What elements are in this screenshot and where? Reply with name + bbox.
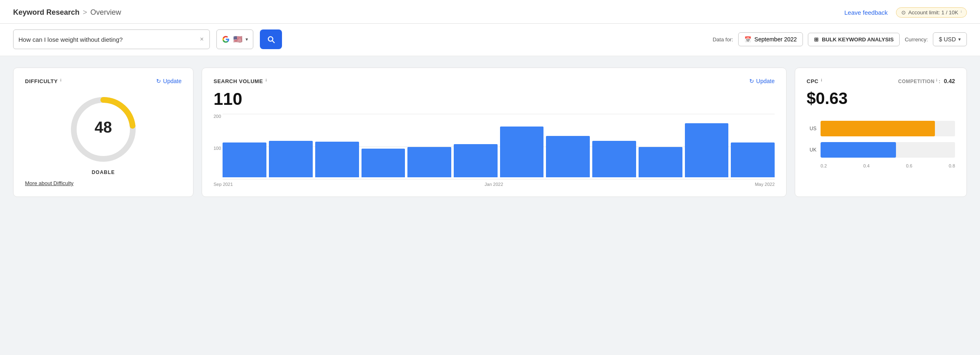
x-label-sep2021: Sep 2021 xyxy=(214,182,233,187)
horiz-label-uk: UK xyxy=(807,147,816,153)
bulk-label: BULK KEYWORD ANALYSIS xyxy=(822,36,894,43)
bar xyxy=(269,141,313,177)
breadcrumb-current: Overview xyxy=(91,8,121,17)
flag-icon: 🇺🇸 xyxy=(233,35,242,44)
horiz-fill-uk xyxy=(821,142,896,158)
info-icon-limit: ⁱ xyxy=(961,9,962,16)
calendar-icon: 📅 xyxy=(744,36,751,43)
bar-chart-wrap: 200 100 Sep 2021 Jan 2022 May 2022 xyxy=(214,114,775,187)
volume-number: 110 xyxy=(214,89,775,109)
search-bar-row: × 🇺🇸 ▾ Data for: 📅 September 2022 ⊞ BULK… xyxy=(0,24,980,56)
difficulty-card: DIFFICULTY ⁱ ↻ Update 48 DOABLE More abo… xyxy=(13,68,193,197)
bar-chart-y-axis: 200 100 xyxy=(214,114,221,179)
bulk-icon: ⊞ xyxy=(814,36,819,43)
horiz-label-us: US xyxy=(807,126,816,131)
bar xyxy=(454,144,498,177)
account-limit-text: Account limit: 1 / 10K xyxy=(908,9,958,16)
data-controls: Data for: 📅 September 2022 ⊞ BULK KEYWOR… xyxy=(713,32,967,46)
cpc-card: CPC ⁱ COMPETITION ⁱ : 0.42 $0.63 US xyxy=(795,68,967,197)
bar xyxy=(685,123,729,177)
limit-icon: ⊙ xyxy=(901,9,906,16)
horiz-bar-us: US xyxy=(807,121,955,136)
x-label-jan2022: Jan 2022 xyxy=(484,182,503,187)
competition-info-icon[interactable]: ⁱ xyxy=(936,78,937,84)
engine-select[interactable]: 🇺🇸 ▾ xyxy=(216,29,253,49)
horiz-bar-uk: UK xyxy=(807,142,955,158)
donut-wrap: 48 DOABLE xyxy=(25,93,182,175)
bar xyxy=(223,142,266,177)
volume-title: SEARCH VOLUME ⁱ xyxy=(214,78,266,84)
bar xyxy=(639,147,682,177)
horiz-x-labels: 0.2 0.4 0.6 0.8 xyxy=(807,163,955,168)
account-limit-badge: ⊙ Account limit: 1 / 10K ⁱ xyxy=(896,7,967,18)
header: Keyword Research > Overview Leave feedba… xyxy=(0,0,980,24)
x-label-may2022: May 2022 xyxy=(755,182,775,187)
cpc-value: $0.63 xyxy=(807,89,955,108)
bar xyxy=(407,147,451,177)
engine-chevron-icon: ▾ xyxy=(246,36,248,42)
currency-value: $ USD xyxy=(939,36,956,43)
bar-chart xyxy=(223,114,775,179)
bar xyxy=(592,141,636,177)
difficulty-info-icon[interactable]: ⁱ xyxy=(60,78,61,84)
volume-card: SEARCH VOLUME ⁱ ↻ Update 110 200 100 xyxy=(202,68,787,197)
cpc-info-icon[interactable]: ⁱ xyxy=(821,78,822,84)
bar-chart-area: 200 100 xyxy=(214,114,775,179)
search-button[interactable] xyxy=(260,29,282,49)
competition-value: 0.42 xyxy=(944,78,955,84)
horiz-track-uk xyxy=(821,142,955,158)
difficulty-title: DIFFICULTY ⁱ xyxy=(25,78,61,84)
refresh-icon: ↻ xyxy=(156,78,161,84)
horiz-fill-us xyxy=(821,121,935,136)
search-input-wrap: × xyxy=(13,29,210,49)
refresh-icon-vol: ↻ xyxy=(749,78,754,84)
breadcrumb: Keyword Research > Overview xyxy=(13,8,121,17)
competition-row: COMPETITION ⁱ : 0.42 xyxy=(898,78,955,84)
bulk-keyword-button[interactable]: ⊞ BULK KEYWORD ANALYSIS xyxy=(808,33,900,46)
difficulty-card-header: DIFFICULTY ⁱ ↻ Update xyxy=(25,78,182,84)
date-value: September 2022 xyxy=(755,36,797,43)
bar xyxy=(500,127,544,177)
clear-button[interactable]: × xyxy=(199,35,205,44)
volume-info-icon[interactable]: ⁱ xyxy=(266,78,267,84)
bar xyxy=(731,142,775,177)
google-icon xyxy=(222,35,230,43)
leave-feedback-link[interactable]: Leave feedback xyxy=(844,9,888,16)
search-icon xyxy=(266,35,275,44)
bar xyxy=(546,136,590,177)
date-button[interactable]: 📅 September 2022 xyxy=(738,32,803,46)
volume-update-button[interactable]: ↻ Update xyxy=(749,78,775,84)
bar-chart-inner xyxy=(223,114,775,179)
difficulty-update-button[interactable]: ↻ Update xyxy=(156,78,182,84)
data-for-label: Data for: xyxy=(713,36,733,43)
more-about-difficulty-link[interactable]: More about Difficulty xyxy=(25,180,73,186)
breadcrumb-root: Keyword Research xyxy=(13,8,80,17)
currency-chevron-icon: ▾ xyxy=(958,36,961,42)
currency-select[interactable]: $ USD ▾ xyxy=(933,32,967,46)
difficulty-value: 48 xyxy=(95,119,112,136)
search-input[interactable] xyxy=(18,36,196,43)
cpc-title: CPC ⁱ xyxy=(807,78,822,84)
bar xyxy=(315,142,359,177)
bar-chart-x-axis: Sep 2021 Jan 2022 May 2022 xyxy=(214,182,775,187)
competition-label: COMPETITION ⁱ : xyxy=(898,78,941,84)
volume-card-header: SEARCH VOLUME ⁱ ↻ Update xyxy=(214,78,775,84)
main-content: DIFFICULTY ⁱ ↻ Update 48 DOABLE More abo… xyxy=(0,56,980,208)
horiz-track-us xyxy=(821,121,955,136)
difficulty-donut-chart: 48 xyxy=(66,93,140,166)
cpc-card-header: CPC ⁱ COMPETITION ⁱ : 0.42 xyxy=(807,78,955,84)
header-right: Leave feedback ⊙ Account limit: 1 / 10K … xyxy=(844,7,967,18)
breadcrumb-separator: > xyxy=(83,8,87,17)
bar xyxy=(362,149,405,177)
horiz-bar-chart: US UK 0.2 0.4 0.6 0.8 xyxy=(807,121,955,187)
currency-label: Currency: xyxy=(905,36,928,43)
difficulty-label: DOABLE xyxy=(92,170,115,175)
